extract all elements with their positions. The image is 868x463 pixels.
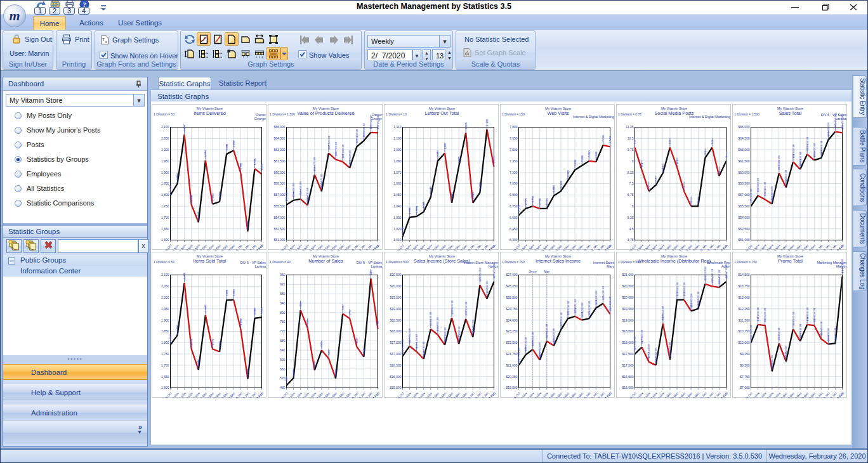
svg-text:7 Feb: 7 Feb <box>604 391 612 398</box>
svg-text:1,030: 1,030 <box>408 207 411 214</box>
svg-text:$60,600.98: $60,600.98 <box>348 150 352 165</box>
svg-text:$25,500: $25,500 <box>506 296 517 299</box>
svg-text:$18,000: $18,000 <box>622 341 633 344</box>
svg-text:Promo Total: Promo Total <box>778 258 803 264</box>
svg-text:1,953: 1,953 <box>204 150 207 157</box>
svg-text:8.4: 8.4 <box>640 162 643 167</box>
svg-text:$65,250.98: $65,250.98 <box>841 115 844 129</box>
svg-text:605: 605 <box>327 350 331 355</box>
svg-text:$65,250.98: $65,250.98 <box>376 115 379 129</box>
svg-text:$24,800.98: $24,800.98 <box>595 290 598 305</box>
svg-text:$8,500: $8,500 <box>740 363 750 367</box>
svg-text:$26,250: $26,250 <box>506 284 517 288</box>
svg-text:2,065: 2,065 <box>183 272 186 280</box>
svg-text:2,050: 2,050 <box>161 284 169 288</box>
svg-text:$17,350.98: $17,350.98 <box>408 329 411 343</box>
svg-text:1,770: 1,770 <box>218 191 221 199</box>
svg-text:$55,500.98: $55,500.98 <box>749 188 753 203</box>
svg-text:7,090: 7,090 <box>567 170 570 178</box>
svg-text:Sales Income (Store Sales): Sales Income (Store Sales) <box>414 258 470 264</box>
svg-text:1,070: 1,070 <box>393 171 402 174</box>
svg-text:1,105: 1,105 <box>464 122 468 129</box>
svg-text:$24,000: $24,000 <box>506 318 517 322</box>
svg-text:7,540: 7,540 <box>608 136 612 143</box>
svg-text:1,833: 1,833 <box>176 325 179 332</box>
svg-text:$17,500.98: $17,500.98 <box>633 336 636 351</box>
svg-text:9.2: 9.2 <box>704 150 707 155</box>
svg-text:735: 735 <box>306 320 309 325</box>
svg-text:1,087: 1,087 <box>444 142 447 150</box>
svg-text:6,718: 6,718 <box>538 198 541 205</box>
svg-text:1,640: 1,640 <box>246 368 249 375</box>
svg-text:Web Visits: Web Visits <box>547 110 569 116</box>
svg-text:$24,250.98: $24,250.98 <box>574 299 577 313</box>
svg-text:1 Division = 40: 1 Division = 40 <box>270 260 291 264</box>
svg-text:2,000: 2,000 <box>161 148 169 152</box>
svg-text:7 Feb: 7 Feb <box>488 391 496 398</box>
svg-text:6,720: 6,720 <box>524 198 527 205</box>
svg-text:$20,450.98: $20,450.98 <box>718 270 721 284</box>
svg-text:$10,250.98: $10,250.98 <box>820 321 823 336</box>
svg-text:7 Feb: 7 Feb <box>604 244 612 251</box>
svg-text:$66,000: $66,000 <box>738 125 749 129</box>
svg-text:3.75: 3.75 <box>628 238 634 242</box>
svg-text:$11,150.98: $11,150.98 <box>763 308 766 322</box>
svg-text:$17,000: $17,000 <box>622 363 633 367</box>
svg-text:6,630: 6,630 <box>517 204 520 212</box>
svg-text:1,075: 1,075 <box>492 156 496 164</box>
svg-text:490: 490 <box>285 377 288 382</box>
svg-text:$54,000: $54,000 <box>738 216 749 219</box>
svg-text:$14,500: $14,500 <box>738 273 749 277</box>
svg-text:1,756: 1,756 <box>190 194 193 202</box>
svg-text:$17,500: $17,500 <box>390 341 401 344</box>
svg-text:7,290: 7,290 <box>581 155 584 162</box>
svg-text:7,800: 7,800 <box>510 125 518 129</box>
svg-text:$61,500: $61,500 <box>738 159 749 163</box>
svg-text:680: 680 <box>280 339 286 342</box>
svg-text:1,990: 1,990 <box>232 289 235 297</box>
svg-text:$16,780.98: $16,780.98 <box>422 341 425 356</box>
svg-text:555: 555 <box>313 362 316 367</box>
svg-text:612: 612 <box>362 348 365 353</box>
svg-text:$16,500: $16,500 <box>622 375 633 379</box>
svg-text:1,897: 1,897 <box>239 162 242 170</box>
svg-text:$7,750: $7,750 <box>740 375 750 379</box>
svg-text:1,600: 1,600 <box>161 386 169 389</box>
svg-text:Items Delivered: Items Delivered <box>194 110 226 116</box>
svg-text:880: 880 <box>280 292 286 296</box>
svg-text:1,031: 1,031 <box>415 205 418 213</box>
svg-text:$24,000.98: $24,000.98 <box>581 303 584 317</box>
svg-text:$21,350.98: $21,350.98 <box>538 342 541 357</box>
svg-text:$17,400.98: $17,400.98 <box>444 327 447 342</box>
svg-text:$64,200.98: $64,200.98 <box>362 123 365 138</box>
svg-text:795: 795 <box>341 305 345 310</box>
svg-text:$21,750: $21,750 <box>506 352 517 356</box>
svg-text:600: 600 <box>280 358 286 362</box>
svg-text:1,035: 1,035 <box>422 201 425 209</box>
svg-text:2,100: 2,100 <box>161 273 169 277</box>
svg-text:730: 730 <box>376 320 379 325</box>
svg-text:$27,000: $27,000 <box>506 273 517 277</box>
svg-text:$15,500: $15,500 <box>390 386 401 389</box>
svg-text:$17,150.98: $17,150.98 <box>647 344 650 359</box>
svg-text:1,988: 1,988 <box>225 289 228 297</box>
svg-text:6,890: 6,890 <box>552 185 555 192</box>
svg-text:$19,500: $19,500 <box>390 296 401 299</box>
svg-text:Sales Total: Sales Total <box>779 110 802 116</box>
svg-text:1,650: 1,650 <box>161 375 169 379</box>
svg-text:$14,400.98: $14,400.98 <box>841 259 844 273</box>
svg-text:7,560: 7,560 <box>602 134 605 142</box>
svg-text:$18,550.98: $18,550.98 <box>464 301 468 316</box>
svg-text:1,108: 1,108 <box>485 119 489 126</box>
svg-text:$8,100.98: $8,100.98 <box>770 355 773 368</box>
svg-text:$10,000: $10,000 <box>738 341 749 344</box>
svg-text:$60,400.98: $60,400.98 <box>799 152 802 166</box>
svg-text:7,200: 7,200 <box>510 171 518 174</box>
svg-text:1,759: 1,759 <box>211 193 214 201</box>
svg-text:6,900: 6,900 <box>510 193 518 197</box>
svg-text:$11,200.98: $11,200.98 <box>756 307 760 321</box>
svg-text:1,040: 1,040 <box>393 204 402 208</box>
svg-text:Larissa: Larissa <box>371 264 382 268</box>
svg-text:$64,300.98: $64,300.98 <box>827 122 830 137</box>
svg-text:2,000: 2,000 <box>161 296 169 299</box>
